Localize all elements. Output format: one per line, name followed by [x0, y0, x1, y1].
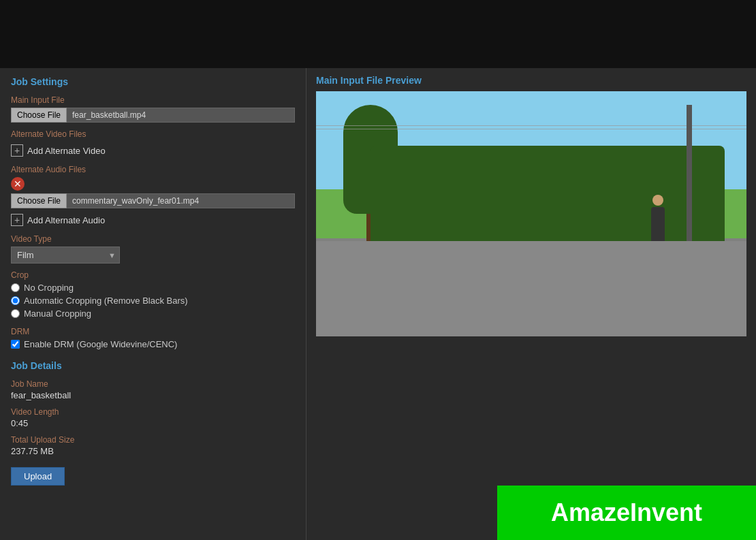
job-name-value: fear_basketball: [11, 390, 295, 400]
video-length-value: 0:45: [11, 418, 295, 428]
job-settings-title: Job Settings: [11, 76, 295, 87]
video-type-label: Video Type: [11, 234, 295, 244]
job-details-title: Job Details: [11, 360, 295, 371]
drm-checkbox-label[interactable]: Enable DRM (Google Widevine/CENC): [24, 339, 177, 349]
video-scene-content: [316, 91, 746, 336]
total-upload-size-value: 237.75 MB: [11, 446, 295, 456]
pole: [687, 105, 692, 241]
upload-button[interactable]: Upload: [11, 467, 65, 486]
right-panel: Main Input File Preview: [306, 68, 756, 540]
add-alternate-audio-label: Add Alternate Audio: [27, 215, 105, 225]
video-scene: [316, 91, 746, 336]
road: [316, 241, 746, 336]
audio-choose-file-button[interactable]: Choose File: [11, 193, 67, 208]
alternate-video-label: Alternate Video Files: [11, 129, 295, 139]
crop-section: Crop No Cropping Automatic Cropping (Rem…: [11, 270, 295, 319]
alternate-audio-file-row: Choose File commentary_wavOnly_fear01.mp…: [11, 193, 295, 208]
video-container: ▶ 0:12 🔊 ⛶: [316, 91, 746, 336]
top-bar: [0, 0, 756, 68]
crop-manual-label[interactable]: Manual Cropping: [24, 308, 91, 319]
crop-auto-row: Automatic Cropping (Remove Black Bars): [11, 296, 295, 306]
crop-none-radio[interactable]: [11, 283, 20, 292]
add-audio-icon: +: [11, 214, 23, 226]
amazeinvent-badge: AmazeInvent: [497, 486, 756, 540]
drm-checkbox[interactable]: [11, 340, 20, 349]
crop-no-cropping-row: No Cropping: [11, 283, 295, 293]
total-upload-size-label: Total Upload Size: [11, 435, 295, 445]
amazeinvent-text: AmazeInvent: [551, 498, 702, 527]
wire-2: [316, 129, 746, 129]
main-file-name: fear_basketball.mp4: [67, 108, 295, 123]
audio-file-name: commentary_wavOnly_fear01.mp4: [67, 193, 295, 208]
drm-section: DRM Enable DRM (Google Widevine/CENC): [11, 327, 295, 349]
hedge: [371, 146, 725, 241]
main-choose-file-button[interactable]: Choose File: [11, 108, 67, 123]
add-alternate-video-button[interactable]: + Add Alternate Video: [11, 143, 295, 158]
video-type-wrapper: Film Sports Animation Documentary ▼: [11, 247, 120, 264]
crop-manual-radio[interactable]: [11, 309, 20, 318]
main-input-file-label: Main Input File: [11, 95, 295, 105]
left-panel: Job Settings Main Input File Choose File…: [0, 68, 306, 540]
preview-title: Main Input File Preview: [316, 75, 746, 86]
job-name-label: Job Name: [11, 379, 295, 389]
crop-manual-row: Manual Cropping: [11, 308, 295, 319]
alternate-audio-label: Alternate Audio Files: [11, 165, 295, 174]
drm-label: DRM: [11, 327, 295, 336]
wire-1: [316, 125, 746, 126]
main-layout: Job Settings Main Input File Choose File…: [0, 68, 756, 540]
crop-none-label[interactable]: No Cropping: [24, 283, 74, 293]
video-type-select[interactable]: Film Sports Animation Documentary: [11, 247, 120, 264]
main-input-file-row: Choose File fear_basketball.mp4: [11, 108, 295, 123]
crop-label: Crop: [11, 270, 295, 280]
person-head: [652, 195, 663, 206]
add-alternate-audio-button[interactable]: + Add Alternate Audio: [11, 212, 295, 227]
remove-audio-button[interactable]: ✕: [11, 177, 25, 191]
drm-checkbox-row: Enable DRM (Google Widevine/CENC): [11, 339, 295, 349]
crop-auto-radio[interactable]: [11, 296, 20, 305]
add-video-icon: +: [11, 144, 23, 157]
video-length-label: Video Length: [11, 407, 295, 417]
crop-auto-label[interactable]: Automatic Cropping (Remove Black Bars): [24, 296, 188, 306]
job-details-section: Job Details Job Name fear_basketball Vid…: [11, 360, 295, 486]
person: [651, 207, 665, 241]
add-alternate-video-label: Add Alternate Video: [27, 146, 106, 156]
